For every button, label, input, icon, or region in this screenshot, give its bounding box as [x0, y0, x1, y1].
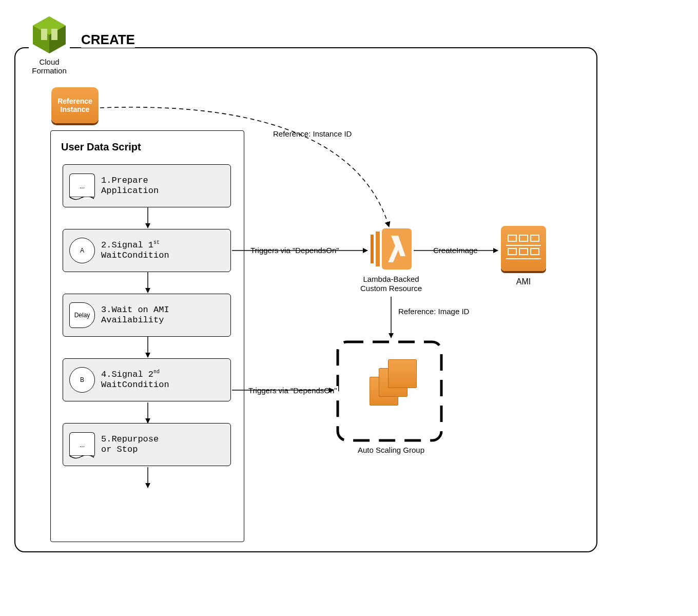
edge-label-create-image: CreateImage	[432, 246, 479, 255]
ellipsis-icon: ...	[69, 174, 95, 199]
reference-instance-label: Reference Instance	[57, 97, 92, 113]
step-text: 2.Signal 1stWaitCondition	[101, 240, 169, 261]
svg-rect-9	[508, 235, 516, 241]
step-text: 1.PrepareApplication	[101, 176, 159, 197]
diagram-title: CREATE	[81, 32, 135, 48]
edge-label-triggers-2: Triggers via "DependsOn"	[247, 386, 338, 395]
svg-rect-5	[371, 235, 374, 263]
cloudformation-label: Cloud Formation	[24, 57, 75, 75]
ellipsis-icon: ...	[69, 432, 95, 457]
circle-icon: B	[69, 367, 95, 393]
user-data-script-title: User Data Script	[61, 141, 141, 153]
step-text: 3.Wait on AMIAvailability	[101, 305, 169, 326]
svg-rect-11	[531, 235, 539, 241]
svg-rect-13	[519, 248, 528, 255]
svg-rect-14	[531, 248, 539, 255]
svg-rect-4	[51, 29, 57, 40]
step-3: Delay3.Wait on AMIAvailability	[63, 294, 231, 337]
edge-label-ref-image-id: Reference: Image ID	[397, 307, 470, 316]
ami-icon	[501, 226, 546, 271]
cloudformation-icon	[29, 14, 70, 55]
step-text: 5.Repurposeor Stop	[101, 434, 159, 455]
svg-rect-6	[376, 232, 380, 266]
lambda-icon	[371, 228, 412, 270]
edge-label-ref-instance-id: Reference: Instance ID	[272, 129, 353, 138]
svg-rect-12	[508, 248, 516, 255]
asg-label: Auto Scaling Group	[345, 446, 437, 454]
ami-label: AMI	[501, 277, 546, 286]
step-4: B4.Signal 2ndWaitCondition	[63, 358, 231, 401]
lambda-label: Lambda-Backed Custom Resource	[355, 275, 427, 293]
reference-instance-node: Reference Instance	[51, 87, 99, 123]
edge-label-triggers-1: Triggers via "DependsOn"	[249, 246, 340, 255]
asg-instances-icon	[370, 359, 416, 406]
step-2: A2.Signal 1stWaitCondition	[63, 229, 231, 272]
step-5: ...5.Repurposeor Stop	[63, 423, 231, 466]
circle-icon: A	[69, 238, 95, 263]
svg-rect-3	[41, 29, 47, 40]
delay-icon: Delay	[69, 302, 95, 328]
step-text: 4.Signal 2ndWaitCondition	[101, 369, 169, 390]
step-1: ...1.PrepareApplication	[63, 164, 231, 207]
svg-rect-10	[519, 235, 528, 241]
